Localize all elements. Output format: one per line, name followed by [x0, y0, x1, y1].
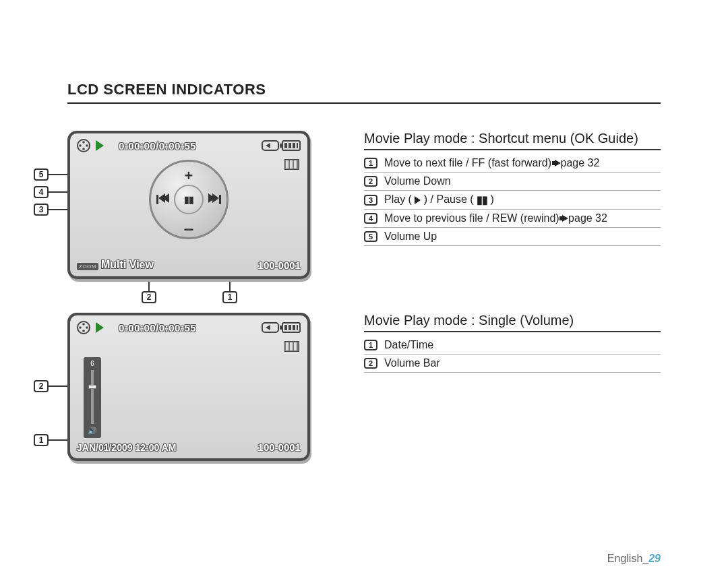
prev-icon	[156, 193, 169, 206]
lcd-screen-2: 0:00:00/0:00:55 6 🔊 JAN/01/2009 12:00 AM…	[67, 313, 310, 461]
guide1-item-4: 4 Move to previous file / REW (rewind) p…	[364, 210, 661, 228]
guide1-item-1: 1 Move to next file / FF (fast forward) …	[364, 154, 661, 173]
callout-1b: 1	[34, 434, 49, 446]
play-status-icon	[96, 140, 104, 151]
page-footer: English_29	[607, 553, 661, 565]
guide1-heading: Movie Play mode : Shortcut menu (OK Guid…	[364, 131, 661, 150]
guide2-heading: Movie Play mode : Single (Volume)	[364, 313, 661, 332]
back-icon	[262, 140, 279, 151]
svg-point-2	[79, 144, 82, 147]
svg-point-7	[79, 326, 82, 329]
play-status-icon	[96, 322, 104, 333]
speaker-icon: 🔊	[88, 427, 97, 435]
row-volume: 2 1 0:00:00/0:00:55 6 🔊	[67, 313, 661, 461]
svg-point-1	[82, 141, 85, 144]
svg-point-3	[86, 144, 88, 147]
pause-icon: ▮▮	[184, 194, 193, 205]
callout-2b: 2	[34, 380, 49, 392]
pageref-arrow-icon	[555, 160, 561, 166]
callout-5: 5	[34, 168, 49, 181]
callout-4: 4	[34, 186, 49, 198]
file-number: 100-0001	[258, 259, 301, 271]
file-number-2: 100-0001	[258, 441, 301, 453]
row-shortcut-guide: 5 4 3 2 1 0:00:00/0:00:55	[67, 131, 661, 279]
volume-down-icon: –	[184, 224, 193, 233]
guide1-item-2: 2 Volume Down	[364, 173, 661, 191]
ok-dial: + – ▮▮	[149, 160, 229, 239]
svg-point-8	[86, 326, 88, 329]
date-time: JAN/01/2009 12:00 AM	[77, 442, 176, 453]
lcd-screen-1: 0:00:00/0:00:55 + – ▮▮	[67, 131, 310, 279]
thumbnail-grid-icon	[284, 341, 299, 352]
battery-icon	[282, 322, 301, 333]
thumbnail-grid-icon	[284, 159, 299, 170]
zoom-badge: ZOOM	[77, 263, 98, 270]
pause-glyph-icon: ▮▮	[477, 193, 487, 206]
battery-icon	[282, 140, 301, 151]
guide2-item-1: 1 Date/Time	[364, 336, 661, 355]
volume-level: 6	[90, 360, 94, 367]
callout-1: 1	[222, 291, 237, 303]
callout-2: 2	[142, 291, 156, 303]
guide1-item-5: 5 Volume Up	[364, 228, 661, 246]
multi-view-label: Multi View	[101, 259, 154, 270]
timecode: 0:00:00/0:00:55	[119, 140, 196, 152]
back-icon	[262, 322, 279, 333]
next-icon	[208, 193, 221, 206]
section-title: LCD SCREEN INDICATORS	[67, 81, 661, 104]
guide2-item-2: 2 Volume Bar	[364, 355, 661, 373]
volume-bar: 6 🔊	[84, 357, 101, 438]
movie-reel-icon	[77, 321, 90, 334]
movie-reel-icon	[77, 139, 90, 152]
volume-up-icon: +	[185, 167, 193, 185]
svg-point-6	[82, 323, 85, 326]
play-glyph-icon	[415, 196, 421, 204]
volume-knob-icon	[88, 385, 96, 389]
callout-3: 3	[34, 204, 49, 216]
svg-point-4	[82, 148, 85, 150]
timecode-2: 0:00:00/0:00:55	[119, 322, 196, 334]
pageref-arrow-icon	[562, 215, 568, 222]
svg-point-9	[82, 330, 85, 332]
guide1-item-3: 3 Play ( ) / Pause ( ▮▮ )	[364, 191, 661, 210]
